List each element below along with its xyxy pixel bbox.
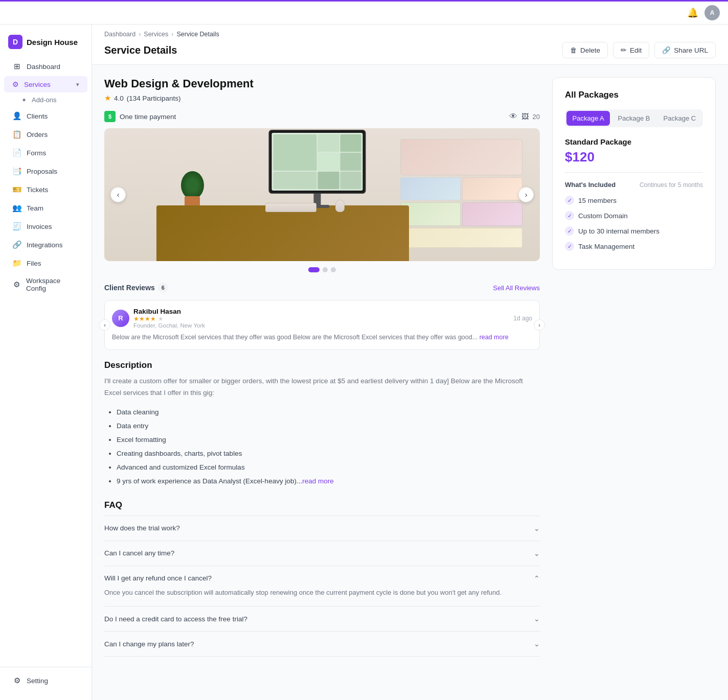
star-icon: ★	[104, 94, 111, 103]
service-title: Web Design & Development	[104, 77, 540, 90]
faq-title: FAQ	[104, 500, 540, 510]
sidebar-item-dashboard[interactable]: ⊞ Dashboard	[4, 58, 87, 75]
invoices-icon: 🧾	[12, 222, 21, 231]
carousel-dot-1[interactable]	[308, 267, 320, 272]
app-logo: D Design House	[0, 31, 92, 57]
carousel-next-button[interactable]: ›	[518, 187, 534, 202]
faq-row-5[interactable]: Can I change my plans later? ⌄	[104, 640, 540, 648]
chevron-up-icon: ⌃	[534, 574, 540, 582]
payment-type-label: One time payment	[120, 113, 176, 121]
packages-card: All Packages Package A Package B Package…	[552, 77, 716, 270]
breadcrumb-services[interactable]: Services	[144, 31, 168, 38]
package-tab-a[interactable]: Package A	[566, 111, 610, 126]
carousel-prev-button[interactable]: ‹	[110, 187, 126, 202]
faq-item-4: Do I need a credit card to access the fr…	[104, 606, 540, 631]
media-count: 20	[533, 113, 540, 121]
integrations-icon: 🔗	[12, 240, 21, 249]
continues-label: Continues for 5 months	[640, 181, 703, 189]
faq-row-3[interactable]: Will I get any refund once I cancel? ⌃	[104, 574, 540, 582]
faq-item-5: Can I change my plans later? ⌄	[104, 631, 540, 657]
header-actions: 🗑 Delete ✏ Edit 🔗 Share URL	[562, 42, 716, 58]
sidebar-item-files[interactable]: 📁 Files	[4, 254, 87, 272]
page-title: Service Details	[104, 44, 177, 56]
chevron-down-icon: ⌄	[534, 549, 540, 557]
user-avatar[interactable]: A	[704, 5, 720, 20]
review-read-more-link[interactable]: read more	[480, 334, 509, 341]
payment-badge: $ One time payment 👁 🖼 20	[104, 111, 540, 122]
review-prev-button[interactable]: ‹	[99, 319, 110, 331]
sidebar-item-forms[interactable]: 📄 Forms	[4, 144, 87, 161]
sidebar-item-workspace-config[interactable]: ⚙ Workspace Config	[4, 273, 87, 296]
share-url-button[interactable]: 🔗 Share URL	[654, 42, 716, 58]
feature-item-3: ✓ Up to 30 internal members	[565, 226, 703, 236]
review-text: Below are the Microsoft Excel services t…	[112, 333, 532, 342]
review-card: R Rakibul Hasan ★★★★ ★ Founder, Gochal, …	[104, 300, 540, 350]
description-list: Data cleaning Data entry Excel formattin…	[104, 405, 540, 488]
desc-read-more-link[interactable]: read more	[302, 477, 334, 485]
check-icon: ✓	[565, 226, 574, 236]
dashboard-icon: ⊞	[12, 62, 21, 71]
faq-row-1[interactable]: How does the trial work? ⌄	[104, 524, 540, 532]
faq-question-3: Will I get any refund once I cancel?	[104, 574, 212, 582]
image-icon: 🖼	[521, 112, 529, 121]
page-header: Dashboard › Services › Service Details S…	[92, 25, 728, 65]
edit-button[interactable]: ✏ Edit	[613, 42, 649, 58]
carousel-dot-3[interactable]	[331, 267, 336, 272]
notification-bell-icon[interactable]: 🔔	[687, 7, 698, 18]
proposals-icon: 📑	[12, 167, 21, 176]
breadcrumb-dashboard[interactable]: Dashboard	[104, 31, 135, 38]
sidebar-item-add-ons[interactable]: ✦ Add-ons	[0, 93, 92, 107]
sidebar: D Design House ⊞ Dashboard ⚙ Services ▾ …	[0, 25, 92, 700]
faq-answer-3: Once you cancel the subscription will au…	[104, 588, 540, 598]
delete-button[interactable]: 🗑 Delete	[562, 42, 608, 58]
list-item: Data entry	[117, 419, 540, 433]
chevron-down-icon: ⌄	[534, 524, 540, 532]
sidebar-item-orders[interactable]: 📋 Orders	[4, 126, 87, 143]
feature-item-2: ✓ Custom Domain	[565, 211, 703, 220]
check-icon: ✓	[565, 242, 574, 251]
main-content: Dashboard › Services › Service Details S…	[92, 25, 728, 700]
feature-item-4: ✓ Task Management	[565, 242, 703, 251]
package-tab-b[interactable]: Package B	[612, 111, 655, 126]
tickets-icon: 🎫	[12, 185, 21, 194]
review-time: 1d ago	[513, 315, 532, 322]
sidebar-item-setting[interactable]: ⚙ Setting	[4, 672, 87, 689]
rating-participants: (134 Participants)	[127, 95, 181, 102]
forms-icon: 📄	[12, 148, 21, 157]
whats-included-label: What's Included	[565, 181, 616, 189]
review-next-button[interactable]: ›	[534, 319, 545, 331]
faq-question-4: Do I need a credit card to access the fr…	[104, 615, 247, 623]
description-title: Description	[104, 360, 540, 370]
sidebar-item-invoices[interactable]: 🧾 Invoices	[4, 218, 87, 235]
list-item: Advanced and customized Excel formulas	[117, 460, 540, 474]
faq-section: FAQ How does the trial work? ⌄ Can I can…	[104, 500, 540, 657]
see-all-reviews-link[interactable]: Sell All Reviews	[493, 284, 540, 292]
faq-row-2[interactable]: Can I cancel any time? ⌄	[104, 549, 540, 557]
check-icon: ✓	[565, 211, 574, 220]
review-card-container: R Rakibul Hasan ★★★★ ★ Founder, Gochal, …	[104, 300, 540, 350]
reviewer-name: Rakibul Hasan	[133, 308, 205, 315]
chevron-down-icon: ⌄	[534, 615, 540, 623]
feature-label: Task Management	[578, 243, 634, 250]
sidebar-item-team[interactable]: 👥 Team	[4, 199, 87, 217]
faq-item-3: Will I get any refund once I cancel? ⌃ O…	[104, 566, 540, 606]
sidebar-item-clients[interactable]: 👤 Clients	[4, 107, 87, 125]
faq-row-4[interactable]: Do I need a credit card to access the fr…	[104, 615, 540, 623]
faq-question-1: How does the trial work?	[104, 524, 180, 532]
faq-item-2: Can I cancel any time? ⌄	[104, 541, 540, 566]
list-item: 9 yrs of work experience as Data Analyst…	[117, 474, 540, 488]
app-name: Design House	[27, 38, 78, 46]
feature-label: 15 members	[578, 197, 617, 204]
trash-icon: 🗑	[570, 46, 577, 54]
orders-icon: 📋	[12, 130, 21, 139]
carousel-dot-2[interactable]	[323, 267, 328, 272]
reviewer-avatar: R	[112, 310, 129, 327]
sidebar-item-integrations[interactable]: 🔗 Integrations	[4, 236, 87, 253]
package-tab-c[interactable]: Package C	[658, 111, 701, 126]
sidebar-item-tickets[interactable]: 🎫 Tickets	[4, 181, 87, 198]
package-name: Standard Package	[565, 137, 703, 146]
chevron-down-icon: ▾	[76, 81, 79, 88]
carousel-dots	[104, 267, 540, 272]
sidebar-item-services[interactable]: ⚙ Services ▾	[4, 76, 87, 92]
sidebar-item-proposals[interactable]: 📑 Proposals	[4, 162, 87, 180]
